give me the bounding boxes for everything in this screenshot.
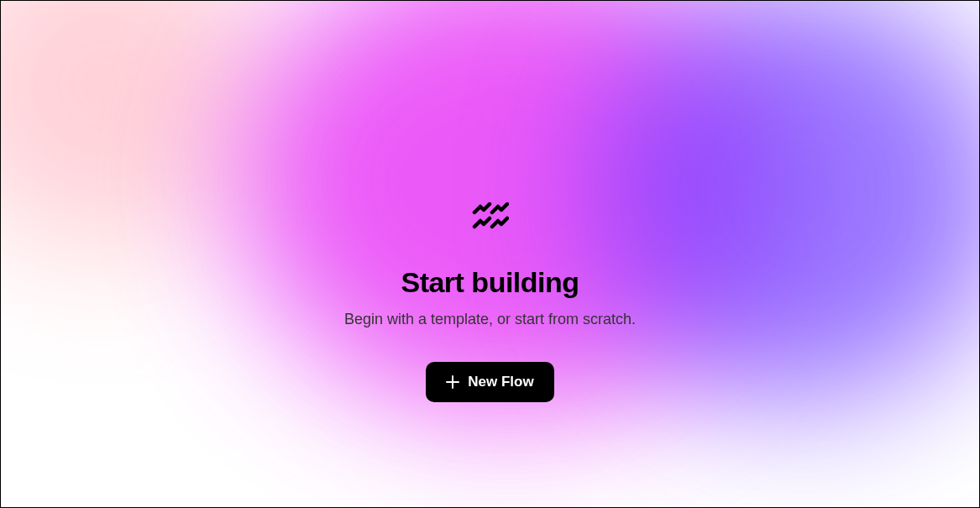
new-flow-button[interactable]: New Flow <box>426 362 553 402</box>
page-subtitle: Begin with a template, or start from scr… <box>344 311 636 328</box>
new-flow-button-label: New Flow <box>468 374 533 390</box>
hero-content: Start building Begin with a template, or… <box>1 1 979 507</box>
flow-logo-icon <box>472 202 509 233</box>
page-title: Start building <box>401 266 579 299</box>
plus-icon <box>446 375 459 389</box>
